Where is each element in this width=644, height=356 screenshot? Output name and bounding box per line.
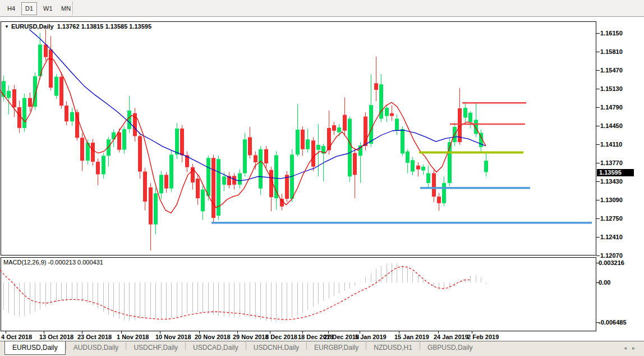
tab-usdcad-daily[interactable]: USDCAD,Daily (186, 341, 246, 354)
date-axis-tick: 2 Feb 2019 (467, 334, 499, 340)
price-axis-tick: 1.13090 (600, 197, 623, 203)
tab-usdchf-daily[interactable]: USDCHF,Daily (126, 341, 185, 354)
price-axis-tick: 1.14110 (600, 141, 622, 148)
price-axis-tick: 1.12070 (600, 252, 623, 259)
macd-indicator (0, 263, 486, 321)
chart-canvas[interactable] (0, 0, 644, 356)
date-axis-tick: 4 Oct 2018 (1, 334, 32, 340)
ma-fast-red-line (0, 59, 486, 213)
price-axis-tick: 1.14450 (600, 122, 623, 129)
tab-nzdusd-h1[interactable]: NZDUSD,H1 (366, 341, 420, 354)
tab-gbpusd-daily[interactable]: GBPUSD,Daily (420, 341, 480, 354)
pane-borders (1, 22, 596, 331)
chart-symbol-label: EURUSD,Daily (11, 23, 54, 30)
date-axis-tick: 8 Dec 2018 (265, 334, 297, 340)
price-axis-tick: 1.14790 (600, 104, 623, 111)
price-axis-tick: 1.12410 (600, 234, 623, 240)
tab-audusd-daily[interactable]: AUDUSD,Daily (66, 341, 126, 354)
chart-ohlc-values: 1.13762 1.13815 1.13585 1.13595 (57, 23, 151, 30)
date-axis-tick: 27 Dec 2018 (324, 334, 359, 340)
macd-axis-tick: -0.006485 (599, 319, 627, 326)
date-axis-tick: 23 Oct 2018 (77, 334, 112, 340)
symbol-dropdown-icon[interactable]: ▼ (4, 24, 9, 29)
date-axis-tick: 20 Nov 2018 (195, 334, 231, 340)
terminal-window: H4D1W1MN ▼EURUSD,Daily 1.13762 1.13815 1… (0, 0, 644, 356)
macd-axis-tick: 0.00 (599, 279, 610, 286)
macd-signal-line (0, 267, 470, 320)
macd-axis-tick: 0.003216 (599, 259, 624, 266)
chart-tab-bar: EURUSD,DailyAUDUSD,DailyUSDCHF,DailyUSDC… (0, 341, 644, 356)
tab-eurgbp-daily[interactable]: EURGBP,Daily (307, 341, 366, 354)
price-axis-tick: 1.15810 (600, 48, 623, 55)
price-axis-tick: 1.16150 (600, 30, 623, 36)
tab-scroll-right-icon[interactable]: ▸ (632, 345, 641, 351)
price-axis-tick: 1.13430 (600, 178, 623, 185)
price-axis-tick: 1.13770 (600, 159, 623, 166)
date-axis-tick: 10 Nov 2018 (155, 334, 191, 340)
price-axis-tick: 1.15470 (600, 67, 623, 74)
date-axis-tick: 1 Nov 2018 (117, 334, 149, 340)
tab-scroll-left-icon[interactable]: ◂ (624, 345, 632, 351)
date-axis-tick: 5 Jan 2019 (355, 334, 387, 340)
date-axis-tick: 15 Jan 2019 (394, 334, 429, 340)
date-axis-tick: 29 Nov 2018 (233, 334, 269, 340)
date-axis-tick: 13 Oct 2018 (39, 334, 73, 340)
tab-usdcnh-daily[interactable]: USDCNH,Daily (246, 341, 306, 354)
price-axis-tick: 1.12750 (600, 215, 623, 222)
horizontal-levels (211, 103, 592, 223)
tab-eurusd-daily[interactable]: EURUSD,Daily (4, 341, 66, 355)
chart-title: ▼EURUSD,Daily 1.13762 1.13815 1.13585 1.… (4, 23, 151, 30)
macd-indicator-label: MACD(12,26,9) -0.000213 0.000431 (3, 259, 103, 266)
current-price-badge: 1.13595 (597, 169, 634, 176)
date-axis-tick: 24 Jan 2019 (434, 334, 468, 340)
candlesticks (2, 29, 488, 250)
price-axis-tick: 1.15130 (600, 85, 623, 92)
